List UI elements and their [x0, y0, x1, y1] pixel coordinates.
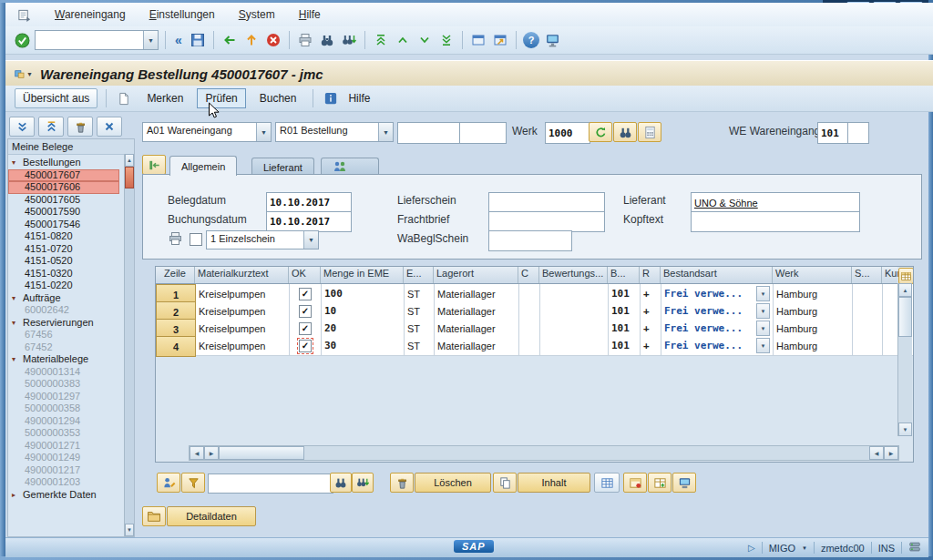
back-icon[interactable]	[220, 31, 239, 49]
close-header-icon[interactable]	[142, 155, 166, 175]
dropdown-icon[interactable]: ▼	[756, 303, 770, 319]
einzelschein-select[interactable]: 1 Einzelschein ▼	[206, 230, 319, 249]
tree-expander-icon[interactable]: ▾	[12, 317, 19, 330]
hilfe-button[interactable]: Hilfe	[340, 88, 378, 108]
execute-icon[interactable]	[589, 122, 612, 142]
col-bestandsart[interactable]: Bestandsart	[661, 267, 773, 283]
pruefen-button[interactable]: Prüfen	[197, 88, 245, 108]
delete-document-icon[interactable]	[67, 117, 93, 137]
command-field[interactable]	[36, 31, 143, 49]
create-shortcut-icon[interactable]	[491, 31, 509, 49]
cell-material[interactable]: Kreiselpumpen	[196, 336, 290, 356]
delete-row-icon[interactable]	[390, 473, 414, 493]
tab-partner[interactable]	[321, 158, 379, 176]
scroll-down-icon[interactable]: ▼	[898, 423, 912, 436]
next-page-icon[interactable]	[415, 31, 434, 49]
previous-page-icon[interactable]	[394, 31, 412, 49]
navigate-down-icon[interactable]	[9, 117, 35, 137]
grid-settings-icon[interactable]	[594, 473, 620, 493]
tree-item-materialbeleg[interactable]: 5000000383	[8, 378, 119, 391]
vertical-scrollbar-thumb[interactable]	[898, 297, 912, 337]
menu-system[interactable]: System	[237, 6, 277, 23]
tab-lieferant[interactable]: Lieferant	[251, 158, 314, 176]
inhalt-button[interactable]: Inhalt	[518, 473, 590, 493]
tree-group-label[interactable]: Gemerkte Daten	[23, 489, 97, 502]
bestandsart-select[interactable]: Frei verwe...▼	[661, 336, 774, 356]
tree-group-reservierungen[interactable]: ▾Reservierungen	[8, 317, 134, 330]
server-icon[interactable]	[908, 541, 921, 555]
print-checkbox[interactable]	[190, 233, 202, 246]
tree-item-bestellung[interactable]: 4151-0220	[8, 280, 119, 292]
horizontal-scrollbar-thumb[interactable]	[219, 446, 304, 460]
detaildaten-button[interactable]: Detaildaten	[167, 506, 256, 526]
col-werk[interactable]: Werk	[773, 267, 852, 283]
last-page-icon[interactable]	[437, 31, 456, 49]
menu-hilfe[interactable]: Hilfe	[297, 6, 323, 23]
tree-item-bestellung[interactable]: 4151-0320	[8, 268, 119, 280]
cancel-icon[interactable]	[264, 31, 282, 49]
search-input[interactable]	[208, 473, 333, 494]
col-s[interactable]: S...	[852, 267, 882, 283]
tree-item-materialbeleg[interactable]: 4900001271	[8, 440, 119, 453]
find-next-icon[interactable]	[340, 31, 358, 49]
menu-wareneingang[interactable]: Wareneingang	[53, 6, 128, 23]
tree-item-auftrag[interactable]: 60002642	[8, 304, 119, 317]
find-next-icon[interactable]	[352, 473, 374, 493]
dropdown-icon[interactable]: ▼	[256, 123, 271, 141]
tree-item-reservierung[interactable]: 67456	[8, 329, 119, 341]
dropdown-icon[interactable]: ▼	[303, 231, 318, 249]
col-menge[interactable]: Menge in EME	[321, 267, 404, 283]
frachtbrief-field[interactable]	[488, 211, 605, 232]
col-b[interactable]: B...	[608, 267, 640, 283]
col-c[interactable]: C	[518, 267, 539, 283]
tab-allgemein[interactable]: Allgemein	[169, 156, 237, 176]
uebersicht-aus-button[interactable]: Übersicht aus	[15, 88, 97, 108]
col-eme[interactable]: E...	[404, 267, 434, 283]
save-icon[interactable]	[189, 31, 207, 49]
tree-item-bestellung[interactable]: 4500017605	[8, 194, 119, 207]
tree-item-materialbeleg[interactable]: 4900001203	[8, 476, 119, 489]
tree-item-materialbeleg[interactable]: 5000000353	[8, 427, 119, 440]
tree-item-materialbeleg[interactable]: 4900001297	[8, 391, 119, 403]
ok-checkbox[interactable]: ✓	[299, 305, 312, 318]
ok-checkbox[interactable]: ✓	[299, 340, 312, 352]
export-icon[interactable]	[672, 473, 696, 493]
col-lagerort[interactable]: Lagerort	[434, 267, 518, 283]
scroll-up-icon[interactable]: ▲	[125, 154, 134, 167]
item-detail-icon[interactable]	[157, 473, 180, 493]
sidebar-scrollbar[interactable]: ▲ ▼	[124, 154, 134, 536]
buchen-button[interactable]: Buchen	[251, 88, 305, 108]
scroll-up-icon[interactable]: ▲	[898, 283, 912, 297]
tree-item-bestellung[interactable]: 4151-0820	[8, 230, 119, 243]
lieferschein-field[interactable]	[488, 192, 605, 213]
reference-select[interactable]: R01 Bestellung ▼	[275, 122, 394, 142]
belegdatum-field[interactable]	[266, 192, 352, 213]
find-icon[interactable]	[318, 31, 336, 49]
tree-item-bestellung[interactable]: 4500017590	[8, 206, 119, 219]
tree-item-bestellung[interactable]: 4500017606	[8, 181, 119, 194]
print-slip-icon[interactable]	[168, 231, 183, 249]
print-icon[interactable]	[296, 31, 314, 49]
merken-button[interactable]: Merken	[138, 88, 191, 108]
insert-mode-indicator[interactable]: INS	[878, 543, 895, 554]
tree-item-materialbeleg[interactable]: 4900001249	[8, 452, 119, 464]
col-bewertung[interactable]: Bewertungs...	[539, 267, 608, 283]
tree-item-materialbeleg[interactable]: 4900001314	[8, 366, 119, 379]
table-horizontal-scrollbar[interactable]: ◀ ▶ ◀ ▶	[189, 445, 899, 461]
ok-checkbox[interactable]: ✓	[299, 322, 312, 335]
transaction-code[interactable]: MIGO	[769, 543, 795, 554]
document-year-field[interactable]	[459, 122, 507, 144]
tree-group-label[interactable]: Aufträge	[23, 292, 61, 305]
sidebar-scrollbar-thumb[interactable]	[125, 167, 134, 188]
tree-group-label[interactable]: Reservierungen	[23, 317, 94, 330]
cell-c[interactable]	[519, 336, 540, 356]
cell-werk[interactable]: Hamburg	[774, 336, 853, 356]
navigate-up-icon[interactable]	[38, 117, 64, 137]
row-select-button[interactable]: 4	[156, 336, 196, 357]
tree-item-bestellung[interactable]: 4151-0520	[8, 255, 119, 268]
tree-item-materialbeleg[interactable]: 4900001294	[8, 415, 119, 428]
gos-menu-icon[interactable]: ▼	[15, 65, 33, 83]
calculator-icon[interactable]	[638, 122, 661, 142]
find-document-icon[interactable]	[613, 122, 637, 142]
system-menu-icon[interactable]	[15, 5, 33, 24]
